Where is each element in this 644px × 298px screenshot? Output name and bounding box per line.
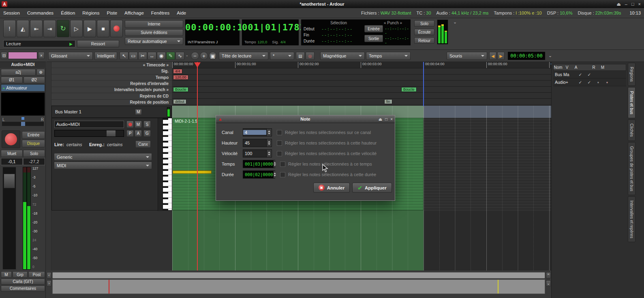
monitor-disk-button[interactable]: Disque [22, 140, 45, 147]
menu-item[interactable]: Session [3, 11, 20, 15]
field-value[interactable]: 100 [243, 151, 266, 156]
group-button[interactable]: Grp [13, 271, 28, 278]
midi-track-name-field[interactable]: Audio+MIDI [54, 121, 124, 128]
scroll-right-button[interactable]: › [47, 280, 51, 287]
zoom-out-button[interactable]: − [191, 52, 199, 60]
selection-row-value[interactable]: --:--:--:-- [321, 27, 353, 31]
sidebar-tab[interactable]: Régions [628, 63, 635, 86]
ruler-label[interactable]: Sig. [51, 68, 172, 74]
visible-check-icon[interactable]: ✓ [576, 80, 585, 85]
track-list-column[interactable]: M [598, 65, 607, 70]
punch-out-value[interactable]: --:--:--:-- [385, 36, 411, 45]
comments-button[interactable]: Commentaires [1, 285, 45, 292]
channels-button[interactable]: Canx [135, 140, 151, 148]
track-list-column[interactable]: A [571, 65, 580, 70]
sidebar-tab[interactable]: Intervalles et repères [628, 196, 635, 242]
range-tool-button[interactable]: ▭ [129, 52, 138, 60]
ruler-label[interactable]: Tempo [51, 74, 172, 81]
menu-item[interactable]: Affichage [124, 11, 144, 15]
auto-return-dropdown[interactable]: Retour automatique [125, 37, 183, 45]
field-value[interactable]: 4 [243, 130, 266, 135]
track-list-column[interactable]: R [589, 65, 598, 70]
bus-mute-button[interactable]: M [135, 109, 142, 115]
play-range-button[interactable]: ▷ [70, 20, 83, 37]
menu-item[interactable]: Commandes [27, 11, 53, 15]
marker-filter-dropdown[interactable]: * [270, 52, 294, 60]
draw-tool-button[interactable]: ✎ [166, 52, 175, 60]
scroll-down-button[interactable]: ⌄ [546, 280, 551, 287]
field-value[interactable]: 45 [243, 140, 266, 145]
tempo-marker[interactable]: 120,00 [173, 75, 188, 80]
toolbar2-expand-icon[interactable]: ⌄ [548, 53, 552, 58]
processor-box[interactable] [1, 92, 45, 116]
editor-mixer-toggle-button[interactable]: ⊟ [1, 52, 7, 59]
mute-button[interactable]: Muet [1, 150, 23, 157]
cancel-button[interactable]: ✖ Annuler [313, 183, 350, 193]
sync-source-button[interactable]: Interne [125, 20, 183, 28]
record-button[interactable] [110, 20, 123, 37]
active-check-icon[interactable]: ✓ [585, 80, 594, 85]
close-window-icon[interactable]: × [638, 2, 641, 7]
strip-phase-1-button[interactable]: Ø1 [1, 77, 23, 83]
automation-button[interactable]: A [135, 130, 142, 137]
strip-phase-2-button[interactable]: Ø2 [24, 77, 45, 83]
tools-expand-icon[interactable]: ⌄ [186, 53, 188, 57]
meter-ruler[interactable]: 4/4 [172, 68, 551, 74]
start-marker[interactable]: début [173, 99, 186, 104]
field-spinbox[interactable]: 4 [243, 128, 272, 136]
cut-tool-button[interactable]: ✂ [138, 52, 147, 60]
grab-tool-button[interactable]: ↖ [120, 52, 128, 60]
scroll-left-button[interactable]: ‹ [47, 272, 51, 279]
edit-mode-dropdown[interactable]: Glissant [48, 52, 93, 60]
menu-item[interactable]: Piste [107, 11, 118, 15]
end-marker[interactable]: fin [384, 99, 392, 104]
nudge-forward-button[interactable]: ▶ [497, 52, 505, 60]
selection-row-value[interactable]: --:--:--:-- [321, 33, 353, 37]
field-spinbox[interactable]: 001|03|0000 [243, 160, 275, 168]
stop-button[interactable]: ■ [97, 20, 109, 37]
menu-item[interactable]: Aide [177, 11, 186, 15]
midi-record-arm-button[interactable] [126, 121, 134, 128]
ruler-label[interactable]: Repères d'intervalle [51, 81, 172, 87]
goto-end-button[interactable]: ⇥ [43, 20, 56, 37]
track-row-name[interactable]: Bus Ma [553, 72, 576, 77]
metronome-button[interactable]: ◭ [17, 20, 29, 37]
range-marker-ruler[interactable] [172, 81, 551, 87]
sidebar-tab[interactable]: Clichés [628, 119, 635, 141]
playhead-line[interactable] [197, 62, 198, 270]
apply-to-selection-checkbox[interactable] [280, 172, 285, 177]
dialog-maximize-icon[interactable]: □ [385, 117, 387, 121]
bus-track-header[interactable]: Bus Master 1 M [51, 106, 172, 118]
gain-fader-handle[interactable] [4, 174, 15, 188]
solo-global-button[interactable]: Solo [414, 20, 434, 27]
piano-keyboard[interactable] [163, 118, 172, 211]
plugin-button[interactable]: Carla (GIT) [1, 279, 45, 285]
edit-tool-button[interactable]: ∿ [175, 52, 184, 60]
close-strip-button[interactable]: × [38, 52, 45, 59]
zoom-fit-button[interactable]: ▣ [209, 52, 217, 60]
midi-scroomer[interactable] [158, 118, 163, 211]
track-gain-slider[interactable] [54, 130, 124, 137]
processor-fader-entry[interactable]: ● Atténuateur [1, 84, 45, 92]
nudge-clock[interactable]: 00:00:05:00 [507, 51, 546, 60]
ruler-label[interactable]: Repères de position [51, 100, 172, 106]
pan-slider-track[interactable] [2, 121, 44, 126]
meter-marker[interactable]: 4/4 [173, 69, 182, 74]
zoom-focus-dropdown[interactable]: Tête de lecture [219, 52, 268, 60]
field-spinbox[interactable]: 000|02|0000 [243, 170, 275, 179]
edit-point-dropdown[interactable]: Souris [447, 52, 487, 60]
spinner-arrows-icon[interactable] [266, 150, 272, 157]
ruler-label[interactable]: « Timecode » [51, 62, 172, 68]
pan-slider-thumb[interactable] [21, 122, 25, 126]
selection-row-value[interactable]: --:--:--:-- [321, 39, 353, 43]
track-gain-handle[interactable] [107, 130, 116, 136]
track-list-row[interactable]: Bus Ma ✓ ✓ [553, 71, 626, 79]
menu-item[interactable]: Régions [82, 11, 99, 15]
field-value[interactable]: 000|02|0000 [243, 172, 273, 177]
strip-input-button[interactable]: a2j [1, 69, 36, 76]
monitor-input-button[interactable]: Entrée [22, 131, 45, 139]
menu-item[interactable]: Fenêtres [151, 11, 169, 15]
apply-to-selection-checkbox[interactable] [277, 140, 282, 146]
menu-item[interactable]: Édition [61, 11, 75, 15]
zoom-in-button[interactable]: + [200, 52, 208, 60]
